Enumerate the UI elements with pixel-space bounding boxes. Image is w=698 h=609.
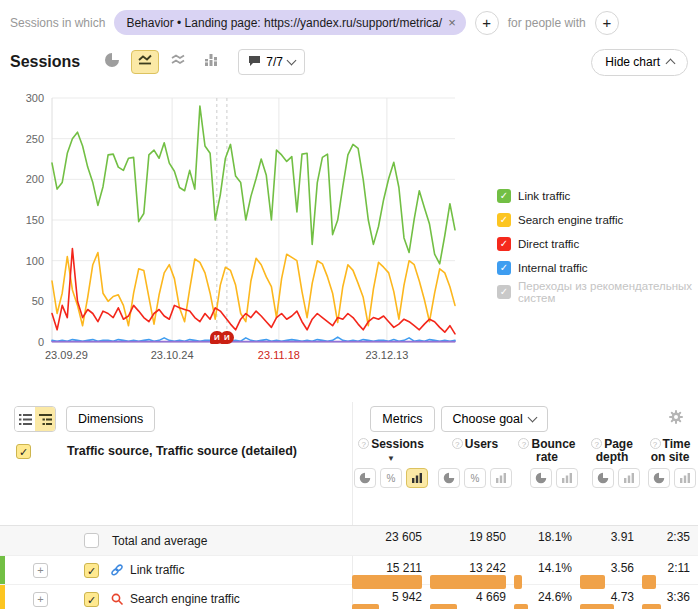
table-header: ✓ Traffic source, Traffic source (detail… (0, 436, 698, 526)
cell-sessions: 15 211 (352, 561, 430, 575)
chevron-up-icon (666, 59, 676, 69)
bounce-rate-bars-toggle[interactable] (556, 468, 578, 488)
chip-close-icon[interactable]: × (448, 15, 456, 30)
page-depth-bars-toggle[interactable] (618, 468, 640, 488)
time-on-site-bars-toggle[interactable] (674, 468, 696, 488)
row-label[interactable]: Link traffic (130, 563, 184, 577)
filter-chip[interactable]: Behavior • Landing page: https://yandex.… (114, 10, 465, 35)
legend-item[interactable]: ✓Переходы из рекомендательных систем (497, 280, 698, 304)
help-icon[interactable]: ? (452, 438, 463, 449)
column-header-page-depth[interactable]: ?Page depth (580, 438, 642, 465)
legend-label: Direct traffic (518, 238, 579, 250)
expand-row-button[interactable]: + (33, 563, 48, 578)
metric-bar (430, 604, 457, 609)
table-toolbar: Dimensions Metrics Choose goal (0, 402, 698, 436)
x-axis-label: 23.09.29 (45, 349, 88, 361)
add-condition-button[interactable]: + (475, 11, 499, 35)
metric-bar (642, 604, 661, 609)
legend-checkbox-icon[interactable]: ✓ (497, 285, 511, 299)
chevron-down-icon (527, 413, 537, 423)
table-row-link-traffic[interactable]: + ✓ Link traffic 15 211 13 242 14.1% 3.5… (0, 556, 698, 585)
sessions-percent-toggle[interactable]: % (380, 468, 402, 488)
time-on-site-display-toggles (642, 468, 696, 496)
cell-users: 19 850 (430, 530, 514, 544)
column-header-time-on-site[interactable]: ?Time on site (642, 438, 698, 465)
y-axis-label: 100 (12, 255, 44, 267)
link-icon (110, 563, 124, 577)
comment-marker[interactable]: И (220, 331, 234, 344)
legend-item[interactable]: ✓Link traffic (497, 184, 698, 208)
help-icon[interactable]: ? (650, 438, 661, 449)
stacked-area-chart-icon (170, 52, 186, 72)
row-checkbox[interactable] (84, 533, 99, 548)
sessions-bars-toggle[interactable] (406, 468, 428, 488)
sessions-pie-toggle[interactable] (354, 468, 376, 488)
legend-checkbox-icon[interactable]: ✓ (497, 261, 511, 275)
line-chart-type-button[interactable] (131, 50, 159, 74)
table-row-search-engine-traffic[interactable]: + ✓ Search engine traffic 5 942 4 669 24… (0, 585, 698, 609)
cell-time-on-site: 2:11 (642, 561, 698, 575)
cell-time-on-site: 2:35 (642, 530, 698, 544)
users-pie-toggle[interactable] (438, 468, 460, 488)
y-axis-label: 300 (12, 92, 44, 104)
segments-dropdown[interactable]: 7/7 (238, 49, 305, 75)
legend-checkbox-icon[interactable]: ✓ (497, 213, 511, 227)
column-chart-icon (203, 52, 219, 72)
bounce-rate-pie-toggle[interactable] (530, 468, 552, 488)
row-checkbox[interactable]: ✓ (84, 563, 99, 578)
column-chart-type-button[interactable] (197, 50, 225, 74)
column-header-bounce-rate[interactable]: ?Bounce rate (514, 438, 580, 465)
y-axis-label: 150 (12, 214, 44, 226)
legend-checkbox-icon[interactable]: ✓ (497, 189, 511, 203)
legend-checkbox-icon[interactable]: ✓ (497, 237, 511, 251)
table-row-total[interactable]: Total and average 23 605 19 850 18.1% 3.… (0, 526, 698, 556)
page-depth-display-toggles (580, 468, 640, 496)
segments-count: 7/7 (266, 55, 283, 69)
row-label: Total and average (112, 534, 207, 548)
select-all-checkbox[interactable]: ✓ (16, 444, 31, 459)
flat-list-view-button[interactable] (15, 407, 35, 431)
table-title: Traffic source, Traffic source (detailed… (67, 444, 297, 458)
tree-view-button[interactable] (35, 407, 55, 431)
chart-header: Sessions 7/7 Hide chart (10, 48, 688, 76)
page-depth-pie-toggle[interactable] (592, 468, 614, 488)
bounce-rate-display-toggles (514, 468, 578, 496)
y-axis-label: 0 (12, 336, 44, 348)
legend-item[interactable]: ✓Direct traffic (497, 232, 698, 256)
dimensions-button[interactable]: Dimensions (66, 406, 155, 432)
filter-prefix-label: Sessions in which (10, 16, 105, 30)
chart-plot[interactable] (0, 85, 470, 355)
choose-goal-dropdown[interactable]: Choose goal (441, 406, 548, 432)
sessions-chart[interactable]: ✓Link traffic✓Search engine traffic✓Dire… (0, 85, 698, 366)
cell-sessions: 5 942 (352, 590, 430, 604)
pie-chart-type-button[interactable] (98, 50, 126, 74)
metric-bar (514, 604, 528, 609)
row-label[interactable]: Search engine traffic (130, 592, 240, 606)
add-people-condition-button[interactable]: + (595, 11, 619, 35)
help-icon[interactable]: ? (591, 438, 602, 449)
stacked-area-chart-type-button[interactable] (164, 50, 192, 74)
y-axis-label: 250 (12, 133, 44, 145)
column-header-users[interactable]: ?Users (430, 438, 514, 465)
users-percent-toggle[interactable]: % (464, 468, 486, 488)
row-checkbox[interactable]: ✓ (84, 592, 99, 607)
metrics-button[interactable]: Metrics (370, 406, 434, 432)
expand-row-button[interactable]: + (33, 592, 48, 607)
help-icon[interactable]: ? (518, 438, 529, 449)
search-icon (110, 592, 124, 606)
x-axis-label: 23.11.18 (258, 349, 300, 361)
column-header-sessions[interactable]: ?Sessions ▼ (352, 438, 430, 465)
legend-item[interactable]: ✓Search engine traffic (497, 208, 698, 232)
gear-icon[interactable] (668, 409, 684, 429)
legend-label: Search engine traffic (518, 214, 623, 226)
metric-bar (352, 604, 379, 609)
users-bars-toggle[interactable] (490, 468, 512, 488)
hide-chart-button[interactable]: Hide chart (591, 49, 688, 76)
time-on-site-pie-toggle[interactable] (648, 468, 670, 488)
line-chart-icon (137, 52, 153, 72)
x-axis-label: 23.10.24 (151, 349, 194, 361)
chevron-down-icon (287, 56, 297, 66)
cell-bounce-rate: 18.1% (514, 530, 580, 544)
help-icon[interactable]: ? (358, 438, 369, 449)
legend-item[interactable]: ✓Internal traffic (497, 256, 698, 280)
